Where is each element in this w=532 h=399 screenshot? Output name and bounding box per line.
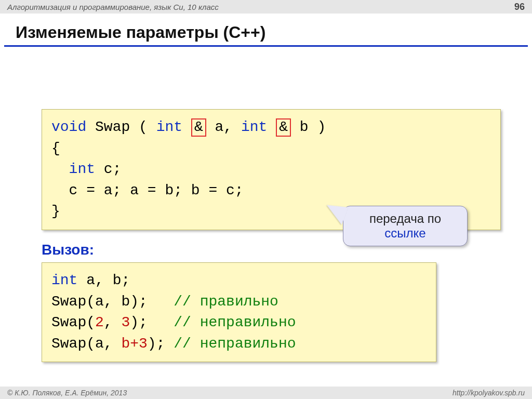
header-bar: Алгоритмизация и программирование, язык …	[0, 0, 532, 14]
code-line: int a, b;	[51, 270, 427, 291]
post: );	[148, 336, 165, 352]
arg-a: a	[215, 119, 224, 135]
footer-bar: © К.Ю. Поляков, Е.А. Ерёмин, 2013 http:/…	[0, 387, 532, 399]
kw-int: int	[69, 161, 95, 177]
lit-2: 2	[95, 314, 104, 330]
callout-line2: ссылке	[355, 226, 456, 241]
kw-int: int	[156, 119, 182, 135]
comment-wrong: // неправильно	[174, 336, 296, 352]
callout-line1: передача по	[355, 211, 456, 226]
code-line: {	[51, 138, 491, 159]
lit-3: 3	[121, 314, 130, 330]
call-pre: Swap(	[51, 314, 95, 330]
fn-name: Swap	[95, 119, 130, 135]
comment-wrong: // неправильно	[174, 314, 296, 330]
kw-int: int	[51, 272, 77, 288]
ampersand-box: &	[276, 118, 291, 137]
comma: ,	[223, 119, 232, 135]
page-number: 96	[514, 2, 525, 12]
title-underline	[4, 45, 528, 47]
expr-bplus3: b+3	[121, 336, 147, 352]
call-pre: Swap(a,	[51, 336, 121, 352]
post: );	[130, 314, 148, 330]
code-line: Swap(2, 3); // неправильно	[51, 312, 427, 334]
pad	[148, 294, 174, 310]
code-line: Swap(a, b); // правильно	[51, 291, 427, 313]
code-line: void Swap ( int & a, int & b )	[51, 117, 491, 138]
code-line: int c;	[51, 159, 491, 180]
ampersand-box: &	[191, 118, 206, 137]
content-area: переменные могут изменяться void Swap ( …	[0, 109, 532, 362]
decl-c: c;	[104, 161, 122, 177]
code-line: Swap(a, b+3); // неправильно	[51, 334, 427, 355]
paren-close: )	[317, 119, 326, 135]
code-block-calls: int a, b; Swap(a, b); // правильно Swap(…	[42, 262, 436, 362]
pad	[148, 314, 174, 330]
kw-int: int	[241, 119, 267, 135]
page-title: Изменяемые параметры (C++)	[0, 14, 532, 44]
copyright: © К.Ю. Поляков, Е.А. Ерёмин, 2013	[7, 389, 127, 397]
kw-void: void	[51, 119, 86, 135]
decl-ab: a, b;	[77, 272, 130, 288]
pad	[165, 336, 174, 352]
call-ab: Swap(a, b);	[51, 294, 148, 310]
footer-url: http://kpolyakov.spb.ru	[453, 389, 525, 397]
mid: ,	[104, 314, 122, 330]
arg-b: b	[300, 119, 309, 135]
swap-body: c = a; a = b; b = c;	[69, 182, 244, 198]
breadcrumb: Алгоритмизация и программирование, язык …	[7, 3, 219, 11]
code-line: c = a; a = b; b = c;	[51, 180, 491, 202]
callout-pass-by-reference: передача по ссылке	[343, 206, 468, 246]
comment-correct: // правильно	[174, 294, 278, 310]
paren-open: (	[139, 119, 148, 135]
